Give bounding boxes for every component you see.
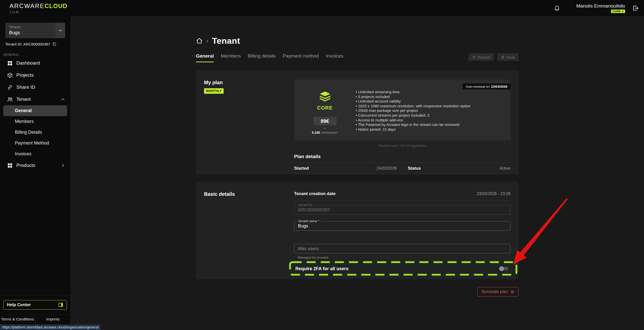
plan-price-per-minute: 0.10€ /min/stream* [312, 131, 338, 134]
sidebar-item-label: Products [16, 163, 57, 168]
imprints-link[interactable]: Imprints [35, 315, 71, 323]
plan-feature-item: 1920 x 1080 maximum resolution, with res… [356, 104, 503, 109]
tab-members[interactable]: Members [221, 53, 241, 62]
plan-feature-item: Concurrent streams per project included:… [356, 113, 503, 118]
plan-feature-item: Unlimited account validity [356, 99, 503, 104]
save-label: Save [506, 55, 515, 59]
layers-icon [318, 91, 332, 102]
creation-date-value: 23/03/2026 - 23:29 [477, 192, 510, 196]
my-plan-title: My plan [204, 80, 294, 85]
brand-name: ARCWARE [10, 3, 45, 9]
sidebar-item-label: Projects [16, 72, 65, 78]
tenant-id-field: Tenant ID [294, 205, 510, 215]
sidebar-subitem-invoices[interactable]: Invoices [3, 149, 67, 159]
require-2fa-toggle[interactable] [500, 267, 508, 270]
chevron-right-icon [60, 163, 65, 168]
tenant-selector-label: Tenants [9, 25, 56, 29]
user-menu[interactable]: Manolis Emmanouilidis CORE ◆ [576, 3, 625, 13]
sidebar-item-label: Dashboard [16, 60, 65, 66]
creation-date-label: Tenant creation date [294, 191, 336, 196]
terms-link[interactable]: Terms & Conditions [0, 315, 35, 323]
sidebar-subitem-label: Billing Details [15, 130, 42, 135]
sidebar-item-products[interactable]: Products [0, 159, 70, 171]
plan-name: CORE [317, 105, 333, 111]
basic-details-title: Basic details [204, 191, 294, 197]
sidebar-subitem-billing-details[interactable]: Billing Details [3, 127, 67, 138]
help-center-button[interactable]: Help Center [3, 300, 67, 310]
main-area: › Tenant General Members Billing details… [70, 16, 644, 330]
save-icon [501, 55, 505, 59]
app-version: 1.11.35 [10, 11, 67, 14]
vat-note: All prices excl. VAT (if applicable) [294, 144, 510, 148]
chevron-down-icon[interactable] [56, 23, 65, 38]
save-button[interactable]: Save [498, 53, 518, 61]
user-plan-badge: CORE ◆ [611, 10, 625, 13]
started-label: Started [294, 166, 309, 171]
plan-feature-item: The Powered by Arcware logo in the strea… [356, 122, 503, 127]
logout-icon[interactable] [632, 5, 639, 12]
tenant-id-field-label: Tenant ID [297, 203, 313, 207]
tenant-creation-row: Tenant creation date 23/03/2026 - 23:29 [294, 191, 510, 201]
sidebar-item-projects[interactable]: Projects [0, 69, 70, 81]
tab-general[interactable]: General [196, 53, 214, 62]
auto-renewal-badge: Auto-renewal on 23/04/2026 [463, 83, 510, 89]
dashboard-icon [7, 60, 13, 66]
terminate-plan-label: Terminate plan [481, 290, 508, 294]
chevron-up-icon [60, 97, 65, 102]
sidebar-item-share-id[interactable]: Share ID [0, 81, 70, 93]
sidebar-subitem-label: General [15, 108, 32, 113]
tenant-name-input[interactable] [298, 223, 507, 229]
plan-feature-item: Access to multiple add-ons [356, 118, 503, 123]
breadcrumb-separator: › [206, 37, 209, 44]
tenant-people-icon [7, 97, 13, 102]
tab-billing-details[interactable]: Billing details [248, 53, 276, 62]
app-logo: ARCWARECLOUD 1.11.35 [10, 3, 67, 14]
sidebar-subitem-members[interactable]: Members [3, 116, 67, 127]
plan-details-row: Started 24/03/2026 Status Active [294, 163, 510, 174]
tab-payment-method[interactable]: Payment method [283, 53, 319, 62]
require-2fa-label: Require 2FA for all users [295, 266, 348, 271]
managed-by-note: Managed by Arcware [294, 256, 510, 259]
my-plan-card: My plan MONTHLY Auto-renewal on 23/04/20… [196, 70, 518, 174]
sidebar-subitem-general[interactable]: General [3, 105, 67, 116]
help-center-label: Help Center [7, 302, 31, 307]
terminate-plan-button[interactable]: Terminate plan [477, 287, 518, 297]
badge-accent-icon: ◆ [622, 10, 624, 12]
sidebar-item-label: Share ID [16, 84, 65, 90]
sidebar-item-dashboard[interactable]: Dashboard [0, 57, 70, 69]
tenant-id-text: Tenant ID: ARC600000387 [5, 42, 50, 46]
sidebar-subitem-payment-method[interactable]: Payment Method [3, 138, 67, 149]
max-users-input[interactable] [298, 246, 507, 251]
toggle-knob [499, 266, 504, 271]
breadcrumb-home-icon[interactable] [196, 37, 203, 44]
share-link-icon [7, 84, 13, 90]
discard-button[interactable]: Discard [469, 53, 494, 61]
plan-price: 89€ [313, 117, 337, 125]
tenant-submenu: General Members Billing Details Payment … [0, 105, 70, 159]
notifications-bell-icon[interactable] [554, 5, 560, 11]
terms-label: Terms & Conditions [1, 317, 34, 321]
sidebar-subitem-label: Members [15, 119, 34, 124]
sidebar-section-general: GENERAL [3, 53, 70, 57]
plan-panel: Auto-renewal on 23/04/2026 CORE 89€ + 0.… [294, 80, 510, 140]
tenant-id-input [298, 207, 507, 213]
tenant-selector[interactable]: Tenants Bugs [5, 23, 65, 38]
projects-icon [7, 72, 13, 78]
per-minute-price: 0.10€ [312, 131, 320, 134]
tenant-selector-value: Bugs [9, 30, 56, 35]
user-plan-badge-label: CORE [613, 10, 621, 13]
plan-feature-item: Notice period: 15 days [356, 127, 503, 132]
imprints-label: Imprints [46, 317, 60, 321]
sidebar-item-label: Tenant [16, 97, 57, 102]
tab-invoices[interactable]: Invoices [326, 53, 344, 62]
tenant-name-field: Tenant name * [294, 221, 510, 231]
top-bar: ARCWARECLOUD 1.11.35 Manolis Emmanouilid… [0, 0, 644, 16]
sidebar-item-tenant[interactable]: Tenant [0, 93, 70, 105]
auto-renewal-label: Auto-renewal on [466, 85, 490, 88]
plan-feature-item: Unlimited streaming time [356, 90, 503, 95]
copy-icon[interactable] [52, 42, 57, 46]
basic-details-card: Basic details Tenant creation date 23/03… [196, 182, 518, 279]
discard-label: Discard [477, 55, 490, 59]
max-users-field [294, 244, 510, 253]
sidebar: Tenants Bugs Tenant ID: ARC600000387 GEN… [0, 16, 70, 330]
